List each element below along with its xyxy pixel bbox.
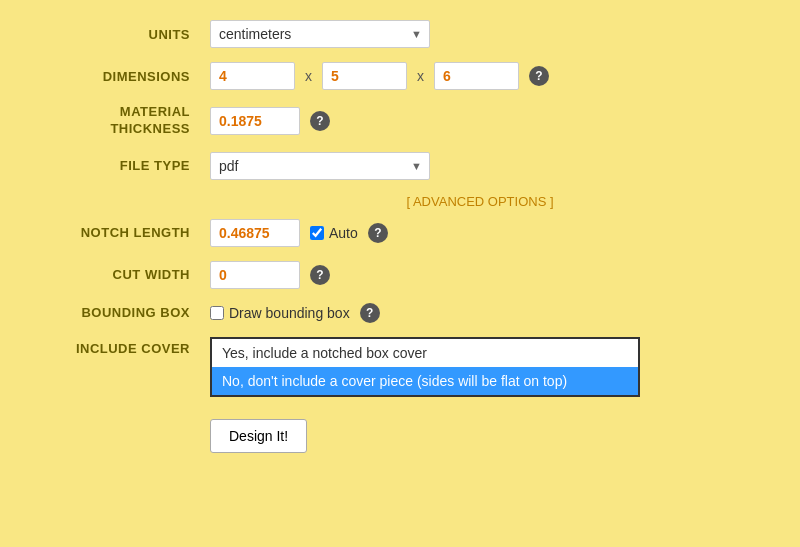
dimension-y-input[interactable]	[322, 62, 407, 90]
bounding-box-label: BOUNDING BOX	[40, 305, 200, 320]
dimensions-row: DIMENSIONS x x ?	[40, 62, 760, 90]
x-separator-2: x	[417, 68, 424, 84]
bounding-box-help-icon[interactable]: ?	[360, 303, 380, 323]
dimensions-help-icon[interactable]: ?	[529, 66, 549, 86]
auto-checkbox[interactable]	[310, 226, 324, 240]
cut-width-help-icon[interactable]: ?	[310, 265, 330, 285]
material-thickness-help-icon[interactable]: ?	[310, 111, 330, 131]
x-separator-1: x	[305, 68, 312, 84]
cut-width-input[interactable]	[210, 261, 300, 289]
include-cover-dropdown[interactable]: Yes, include a notched box cover No, don…	[210, 337, 640, 397]
dimensions-label: DIMENSIONS	[40, 69, 200, 84]
notch-length-help-icon[interactable]: ?	[368, 223, 388, 243]
file-type-row: FILE TYPE pdf svg dxf	[40, 152, 760, 180]
units-select[interactable]: centimeters inches millimeters	[210, 20, 430, 48]
file-type-select[interactable]: pdf svg dxf	[210, 152, 430, 180]
file-type-label: FILE TYPE	[40, 158, 200, 173]
material-thickness-label: MATERIAL THICKNESS	[40, 104, 200, 138]
file-type-select-wrapper: pdf svg dxf	[210, 152, 430, 180]
units-select-wrapper: centimeters inches millimeters	[210, 20, 430, 48]
advanced-options-link[interactable]: [ ADVANCED OPTIONS ]	[40, 194, 760, 209]
cut-width-row: CUT WIDTH ?	[40, 261, 760, 289]
design-button[interactable]: Design It!	[210, 419, 307, 453]
notch-length-input[interactable]	[210, 219, 300, 247]
notch-length-row: NOTCH LENGTH Auto ?	[40, 219, 760, 247]
cover-option-yes[interactable]: Yes, include a notched box cover	[212, 339, 638, 367]
dimension-z-input[interactable]	[434, 62, 519, 90]
dimension-x-input[interactable]	[210, 62, 295, 90]
bounding-box-row: BOUNDING BOX Draw bounding box ?	[40, 303, 760, 323]
design-button-row: Design It!	[40, 411, 760, 453]
bounding-box-checkbox-label: Draw bounding box	[210, 305, 350, 321]
notch-length-label: NOTCH LENGTH	[40, 225, 200, 240]
material-thickness-input[interactable]	[210, 107, 300, 135]
units-label: UNITS	[40, 27, 200, 42]
include-cover-row: INCLUDE COVER Yes, include a notched box…	[40, 337, 760, 397]
cut-width-label: CUT WIDTH	[40, 267, 200, 282]
auto-checkbox-label: Auto	[310, 225, 358, 241]
bounding-box-checkbox[interactable]	[210, 306, 224, 320]
units-row: UNITS centimeters inches millimeters	[40, 20, 760, 48]
material-thickness-row: MATERIAL THICKNESS ?	[40, 104, 760, 138]
cover-option-no[interactable]: No, don't include a cover piece (sides w…	[212, 367, 638, 395]
include-cover-label: INCLUDE COVER	[40, 337, 200, 356]
